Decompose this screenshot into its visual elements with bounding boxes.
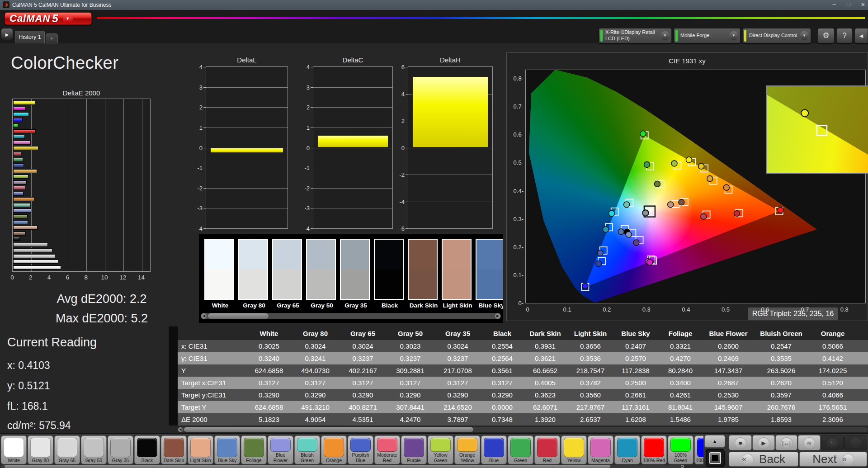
chevron-down-icon[interactable]: ▼: [660, 31, 670, 40]
chevron-down-icon[interactable]: ▼: [729, 31, 738, 40]
patch-swatch: [110, 438, 131, 457]
patch-label: Gray 35: [108, 458, 133, 464]
tab-history-1[interactable]: History 1: [15, 31, 45, 43]
table-scrollbar[interactable]: ◀: [178, 427, 868, 432]
patch-button-green[interactable]: Green: [508, 435, 533, 464]
add-tab-button[interactable]: +: [46, 33, 58, 43]
patch-button-gray-50[interactable]: Gray 50: [81, 435, 107, 464]
target-color: [476, 269, 503, 299]
scroll-left-icon[interactable]: ◀: [178, 427, 183, 432]
patch-button-purplish-blue[interactable]: Purplish Blue: [348, 435, 373, 464]
table-cell: 0.2564: [481, 355, 523, 362]
table-cell: 0.2530: [703, 391, 754, 399]
patch-button-yellow[interactable]: Yellow: [561, 435, 587, 464]
target-color: [239, 269, 267, 299]
patch-button-100-green[interactable]: 100% Green: [668, 435, 693, 464]
refresh-icon: ↻: [826, 437, 838, 449]
compare-swatch-white[interactable]: [204, 239, 234, 300]
patch-button-blue-sky[interactable]: Blue Sky: [214, 435, 240, 464]
patch-button-100-blue[interactable]: 100% Blue: [694, 435, 703, 464]
deltae-bar-foliage: [13, 214, 28, 218]
back-button[interactable]: « Back: [729, 452, 798, 467]
scroll-left-icon[interactable]: ◀: [201, 313, 207, 319]
source-dropdown[interactable]: Mobile Forge ▼: [674, 28, 741, 43]
patch-swatch: [484, 438, 504, 457]
compare-swatch-light-skin[interactable]: [442, 239, 472, 300]
patch-button-dark-skin[interactable]: Dark Skin: [161, 435, 187, 464]
calman-logo-menu[interactable]: CalMAN 5 ▼: [5, 12, 92, 25]
pattern-up-button[interactable]: ▲: [704, 435, 725, 448]
swatch-scroll-thumb[interactable]: [208, 313, 269, 319]
patch-button-moderate-red[interactable]: Moderate Red: [374, 435, 400, 464]
patch-button-red[interactable]: Red: [534, 435, 560, 464]
patch-button-white[interactable]: White: [1, 435, 27, 464]
swatch-scrollbar[interactable]: ◀▶: [201, 313, 501, 319]
spectrum-bar: [97, 17, 865, 19]
scroll-right-icon[interactable]: ▶: [681, 465, 684, 468]
deltae-bar-orange-yellow: [13, 169, 37, 173]
stop-button[interactable]: ■: [729, 435, 752, 450]
deltae-bar-100-yellow: [13, 101, 35, 105]
compare-swatch-black[interactable]: [374, 239, 404, 300]
table-cell: 624.6858: [246, 403, 292, 411]
meter-dropdown[interactable]: X-Rite i1Display Retail LCD (LED) ▼: [599, 28, 672, 43]
patch-button-black[interactable]: Black: [134, 435, 160, 464]
deltae-bar-dark-skin: [13, 232, 26, 236]
logo-dropdown-icon[interactable]: ▼: [63, 14, 73, 24]
compare-swatch-gray-35[interactable]: [340, 239, 370, 300]
patch-scroll-thumb[interactable]: [5, 465, 610, 468]
play-button[interactable]: ▶: [752, 435, 775, 450]
patch-button-cyan[interactable]: Cyan: [614, 435, 640, 464]
blank-button[interactable]: [844, 435, 867, 450]
tab-scroll-icon[interactable]: ▶: [1, 28, 13, 40]
patch-button-light-skin[interactable]: Light Skin: [188, 435, 213, 464]
scroll-right-icon[interactable]: ▶: [495, 313, 500, 319]
patch-button-gray-35[interactable]: Gray 35: [108, 435, 133, 464]
tick-mark: [406, 228, 408, 229]
tick-mark: [406, 148, 408, 148]
patch-button-gray-65[interactable]: Gray 65: [54, 435, 80, 464]
table-cell: 1.2: [857, 416, 868, 423]
y-tick-label: -4: [191, 225, 203, 232]
compare-swatch-gray-65[interactable]: [272, 239, 302, 300]
measured-point-100-magenta: [647, 260, 653, 265]
patch-bar-scrollbar[interactable]: ▶: [1, 465, 684, 468]
pattern-window-button[interactable]: [706, 449, 725, 467]
patch-button-purple[interactable]: Purple: [401, 435, 427, 464]
patch-button-orange-yellow[interactable]: Orange Yellow: [454, 435, 480, 464]
measured-point-blue-sky: [618, 229, 624, 235]
patch-button-magenta[interactable]: Magenta: [588, 435, 613, 464]
patch-button-gray-80[interactable]: Gray 80: [28, 435, 53, 464]
collapse-panel-button[interactable]: ◀: [854, 28, 868, 43]
patch-swatch: [457, 438, 477, 452]
table-cell: 80.2840: [658, 367, 703, 374]
row-header: Target y:CIE31: [178, 391, 246, 399]
patch-button-bluish-green[interactable]: Bluish Green: [294, 435, 320, 464]
close-button[interactable]: ×: [856, 0, 868, 9]
maximize-button[interactable]: □: [842, 0, 855, 9]
patch-button-yellow-green[interactable]: Yellow Green: [428, 435, 453, 464]
patch-button-100-red[interactable]: 100% Red: [641, 435, 667, 464]
table-cell: 1.5486: [658, 416, 703, 423]
continuous-button[interactable]: ∞: [798, 435, 821, 450]
table-cell: 0.1: [857, 355, 868, 362]
chevron-down-icon[interactable]: ▼: [800, 31, 809, 40]
compare-swatch-blue-sky[interactable]: [476, 239, 503, 300]
display-control-dropdown[interactable]: Direct Display Control ▼: [742, 28, 811, 43]
table-scroll-thumb[interactable]: [184, 427, 473, 432]
next-button[interactable]: Next »: [799, 452, 867, 467]
patch-button-orange[interactable]: Orange: [321, 435, 347, 464]
deltae-bar-100-cyan: [13, 112, 29, 116]
refresh-button[interactable]: ↻: [821, 435, 844, 450]
patch-button-blue[interactable]: Blue: [481, 435, 507, 464]
help-button[interactable]: ?: [836, 28, 853, 43]
step-button[interactable]: [↔]: [775, 435, 797, 450]
compare-swatch-gray-50[interactable]: [306, 239, 336, 300]
compare-swatch-dark-skin[interactable]: [408, 239, 438, 300]
settings-button[interactable]: ⚙: [817, 28, 835, 43]
patch-button-foliage[interactable]: Foliage: [241, 435, 267, 464]
minimize-button[interactable]: –: [827, 0, 841, 9]
patch-button-blue-flower[interactable]: Blue Flower: [268, 435, 293, 464]
target-color: [205, 269, 233, 299]
compare-swatch-gray-80[interactable]: [238, 239, 268, 300]
